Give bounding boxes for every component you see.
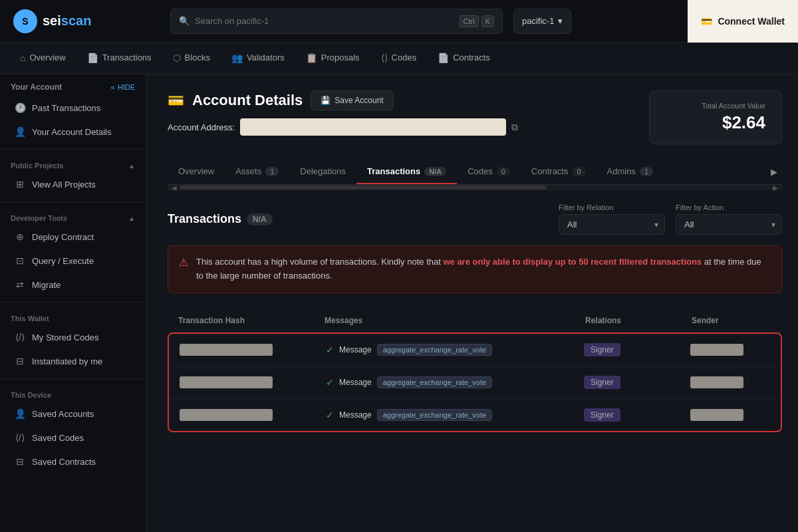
copy-icon[interactable]: ⧉ xyxy=(511,122,518,133)
sender-blur-1 xyxy=(690,344,743,356)
sender-cell-3 xyxy=(690,409,770,421)
navbar: ⌂ Overview 📄 Transactions ⬡ Blocks 👥 Val… xyxy=(0,43,798,74)
total-value-amount: $2.64 xyxy=(666,112,765,133)
filter-relation-select[interactable]: All xyxy=(559,214,665,235)
scroll-right-arrow[interactable]: ▶ xyxy=(770,184,781,192)
nav-blocks[interactable]: ⬡ Blocks xyxy=(164,43,219,74)
tab-overview[interactable]: Overview xyxy=(168,160,225,184)
sidebar-item-past-transactions[interactable]: 🕐 Past Transactions xyxy=(4,96,142,119)
logo: S seiscan xyxy=(0,9,160,33)
migrate-label: Migrate xyxy=(32,280,61,290)
filter-action-select[interactable]: All xyxy=(676,214,782,235)
public-projects-group: Public Projects ▲ xyxy=(0,155,146,172)
col-relations: Relations xyxy=(585,316,692,325)
sidebar-item-migrate[interactable]: ⇄ Migrate xyxy=(4,273,142,296)
filter-relation-wrapper[interactable]: All xyxy=(559,214,665,235)
wallet-icon: 💳 xyxy=(701,16,712,27)
hash-blur-2 xyxy=(180,376,273,388)
transactions-title-label: Transactions xyxy=(168,212,241,226)
hash-blur-1 xyxy=(180,344,273,356)
saved-codes-icon: ⟨/⟩ xyxy=(15,432,25,443)
table-row[interactable]: ✓ Message aggregate_exchange_rate_vote S… xyxy=(169,399,781,431)
nav-transactions[interactable]: 📄 Transactions xyxy=(78,43,161,74)
divider-4 xyxy=(0,378,146,379)
sidebar-item-instantiated-by-me[interactable]: ⊟ Instantiated by me xyxy=(4,350,142,372)
sidebar-item-my-stored-codes[interactable]: ⟨/⟩ My Stored Codes xyxy=(4,326,142,348)
sidebar-item-account-details[interactable]: 👤 Your Account Details xyxy=(4,120,142,143)
sidebar-item-deploy-contract[interactable]: ⊕ Deploy Contract xyxy=(4,225,142,248)
save-account-button[interactable]: 💾 Save Account xyxy=(311,90,393,110)
transactions-section-title: Transactions N/A xyxy=(168,212,273,226)
warning-icon: ⚠ xyxy=(179,256,188,269)
tab-contracts[interactable]: Contracts 0 xyxy=(521,160,597,184)
search-bar[interactable]: 🔍 Ctrl K xyxy=(170,9,503,34)
sidebar-item-saved-contracts[interactable]: ⊟ Saved Contracts xyxy=(4,450,142,473)
nav-proposals[interactable]: 📋 Proposals xyxy=(297,43,369,74)
check-icon-1: ✓ xyxy=(326,344,334,355)
tab-codes-badge: 0 xyxy=(497,167,510,176)
tab-delegations[interactable]: Delegations xyxy=(289,160,356,184)
logo-icon: S xyxy=(13,9,37,33)
msg-type-3: Message xyxy=(339,410,372,420)
this-device-label: This Device xyxy=(11,391,51,399)
tab-assets[interactable]: Assets 1 xyxy=(225,160,289,184)
tab-codes[interactable]: Codes 0 xyxy=(457,160,521,184)
table-row[interactable]: ✓ Message aggregate_exchange_rate_vote S… xyxy=(169,366,781,399)
network-selector[interactable]: pacific-1 ▾ xyxy=(513,9,571,34)
filter-action-label: Filter by Action xyxy=(676,203,782,211)
chevron-up-icon-2: ▲ xyxy=(128,215,135,222)
instantiate-icon: ⊟ xyxy=(15,356,25,366)
connect-wallet-button[interactable]: 💳 Connect Wallet xyxy=(688,0,798,43)
hide-label: HIDE xyxy=(118,83,135,91)
chevron-down-icon: ▾ xyxy=(558,16,563,26)
save-icon: 💾 xyxy=(321,96,331,105)
nav-validators[interactable]: 👥 Validators xyxy=(222,43,294,74)
validators-icon: 👥 xyxy=(231,53,243,63)
transactions-nav-icon: 📄 xyxy=(87,53,98,63)
nav-contracts[interactable]: 📄 Contracts xyxy=(428,43,499,74)
tab-transactions-label: Transactions xyxy=(367,166,420,176)
divider-3 xyxy=(0,302,146,303)
scroll-left-arrow[interactable]: ◀ xyxy=(169,184,180,192)
tabs-scroll-right[interactable]: ▶ xyxy=(766,160,782,184)
topbar: S seiscan 🔍 Ctrl K pacific-1 ▾ 💳 Connect… xyxy=(0,0,798,43)
warning-text-bold: we are only able to display up to 50 rec… xyxy=(443,257,702,267)
message-cell-3: ✓ Message aggregate_exchange_rate_vote xyxy=(326,409,584,421)
check-icon-3: ✓ xyxy=(326,410,334,420)
tab-admins[interactable]: Admins 1 xyxy=(597,160,664,184)
save-account-label: Save Account xyxy=(334,96,383,105)
nav-overview[interactable]: ⌂ Overview xyxy=(11,43,75,74)
page-title: Account Details xyxy=(192,92,303,109)
chevron-left-icon: « xyxy=(111,83,115,91)
account-title-row: 💳 Account Details 💾 Save Account xyxy=(168,90,518,110)
tab-transactions[interactable]: Transactions N/A xyxy=(356,160,457,184)
hide-button[interactable]: « HIDE xyxy=(111,83,135,91)
migrate-icon: ⇄ xyxy=(15,279,25,290)
overview-icon: ⌂ xyxy=(20,53,25,63)
nav-codes[interactable]: ⟨⟩ Codes xyxy=(372,43,426,74)
view-all-projects-label: View All Projects xyxy=(32,180,96,190)
table-row[interactable]: ✓ Message aggregate_exchange_rate_vote S… xyxy=(169,334,781,366)
scroll-thumb[interactable] xyxy=(180,186,547,190)
filter-action-wrapper[interactable]: All xyxy=(676,214,782,235)
search-input[interactable] xyxy=(195,16,454,26)
tab-assets-label: Assets xyxy=(235,166,261,176)
logo-text: seiscan xyxy=(43,13,91,29)
relation-cell-1: Signer xyxy=(584,343,690,356)
sidebar-item-query-execute[interactable]: ⊡ Query / Execute xyxy=(4,249,142,272)
sidebar-item-saved-accounts[interactable]: 👤 Saved Accounts xyxy=(4,402,142,425)
msg-badge-1: aggregate_exchange_rate_vote xyxy=(377,344,492,356)
query-icon: ⊡ xyxy=(15,255,25,266)
horizontal-scrollbar[interactable]: ◀ ▶ xyxy=(168,185,782,190)
sidebar-item-view-all-projects[interactable]: ⊞ View All Projects xyxy=(4,173,142,196)
sidebar-item-saved-codes[interactable]: ⟨/⟩ Saved Codes xyxy=(4,426,142,449)
content-area: 💳 Account Details 💾 Save Account Account… xyxy=(146,74,798,532)
blocks-icon: ⬡ xyxy=(173,53,181,63)
this-wallet-label: This Wallet xyxy=(11,315,49,323)
relation-cell-3: Signer xyxy=(584,408,690,422)
chevron-up-icon: ▲ xyxy=(128,162,135,170)
table-header: Transaction Hash Messages Relations Send… xyxy=(168,309,782,332)
k-key: K xyxy=(481,15,494,27)
sidebar: Your Account « HIDE 🕐 Past Transactions … xyxy=(0,74,146,532)
content-inner: 💳 Account Details 💾 Save Account Account… xyxy=(146,74,798,448)
